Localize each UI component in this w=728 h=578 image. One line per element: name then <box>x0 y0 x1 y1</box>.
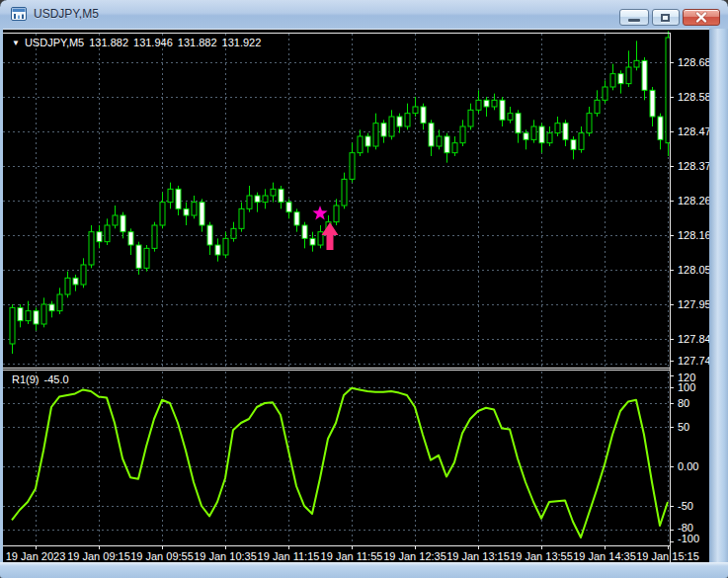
axis-tick <box>415 546 416 549</box>
indicator-chart[interactable] <box>3 371 670 545</box>
restore-icon <box>661 14 670 22</box>
legend-open: 131.882 <box>89 37 128 48</box>
time-label: 19 Jan 09:55 <box>130 550 194 562</box>
legend-symbol: USDJPY,M5 <box>25 37 84 48</box>
window-titlebar[interactable]: USDJPY,M5 <box>0 0 728 29</box>
close-icon <box>684 10 719 25</box>
time-label: 19 Jan 15:15 <box>636 550 699 562</box>
axis-tick <box>225 546 226 549</box>
restore-button[interactable] <box>652 9 680 26</box>
indicator-level-label: 50 <box>678 421 689 433</box>
axis-tick <box>541 546 542 549</box>
axis-tick <box>670 387 674 388</box>
time-label: 19 Jan 13:15 <box>446 550 510 562</box>
axis-tick <box>99 546 100 549</box>
indicator-value: -45.0 <box>44 373 69 385</box>
minimize-icon <box>628 19 640 22</box>
axis-tick <box>288 546 289 549</box>
axis-tick <box>670 403 674 404</box>
axis-tick <box>670 466 674 467</box>
window-frame-bottom <box>0 562 728 578</box>
chart-client-area: ▼ USDJPY,M5 131.882 131.946 131.882 131.… <box>3 29 709 562</box>
window-title: USDJPY,M5 <box>34 0 99 29</box>
time-label: 19 Jan 2023 <box>6 550 66 562</box>
main-chart-top-border <box>3 33 670 34</box>
time-label: 19 Jan 09:15 <box>67 550 130 562</box>
axis-tick <box>670 427 674 428</box>
time-label: 19 Jan 14:35 <box>573 550 636 562</box>
indicator-name: R1(9) <box>12 373 40 385</box>
indicator-label: R1(9) -45.0 <box>12 373 69 385</box>
axis-tick <box>36 546 37 549</box>
axis-tick <box>670 375 674 376</box>
legend-high: 131.946 <box>133 37 173 48</box>
axis-tick <box>670 541 674 542</box>
legend-close: 131.922 <box>222 37 262 48</box>
time-label: 19 Jan 11:55 <box>321 550 383 562</box>
window-frame-left <box>0 29 3 562</box>
legend-low: 131.882 <box>178 37 217 48</box>
panel-separator-2[interactable] <box>3 370 670 371</box>
chart-window: USDJPY,M5 ▼ USDJPY,M5 131.882 131.946 13… <box>0 0 728 578</box>
chevron-down-icon: ▼ <box>12 38 20 48</box>
close-button[interactable] <box>683 9 720 26</box>
chart-window-icon <box>11 7 28 22</box>
indicator-level-label: 100 <box>678 381 695 393</box>
time-label: 19 Jan 11:15 <box>258 550 320 562</box>
axis-tick <box>670 530 674 531</box>
candlestick-chart[interactable] <box>3 29 670 369</box>
indicator-level-label: -100 <box>678 533 699 544</box>
axis-tick <box>605 546 606 549</box>
time-label: 19 Jan 12:35 <box>383 550 446 562</box>
time-label: 19 Jan 13:55 <box>510 550 573 562</box>
indicator-level-label: 0.00 <box>678 460 698 472</box>
time-axis[interactable]: 19 Jan 202319 Jan 09:1519 Jan 09:5519 Ja… <box>3 546 709 562</box>
axis-tick <box>670 506 674 507</box>
indicator-level-label: -50 <box>678 500 693 512</box>
indicator-level-label: 80 <box>678 397 689 409</box>
axis-tick <box>162 546 163 549</box>
minimize-button[interactable] <box>619 9 649 26</box>
window-controls <box>619 9 720 26</box>
window-frame-right <box>709 29 728 562</box>
ohlc-legend: ▼ USDJPY,M5 131.882 131.946 131.882 131.… <box>12 37 261 48</box>
panel-separator-1 <box>3 368 670 369</box>
axis-tick <box>478 546 479 549</box>
time-label: 19 Jan 10:35 <box>194 550 257 562</box>
axis-tick <box>668 546 669 549</box>
axis-tick <box>352 546 353 549</box>
indicator-axis[interactable]: 12010080500.00-50-80-100 <box>670 29 709 562</box>
